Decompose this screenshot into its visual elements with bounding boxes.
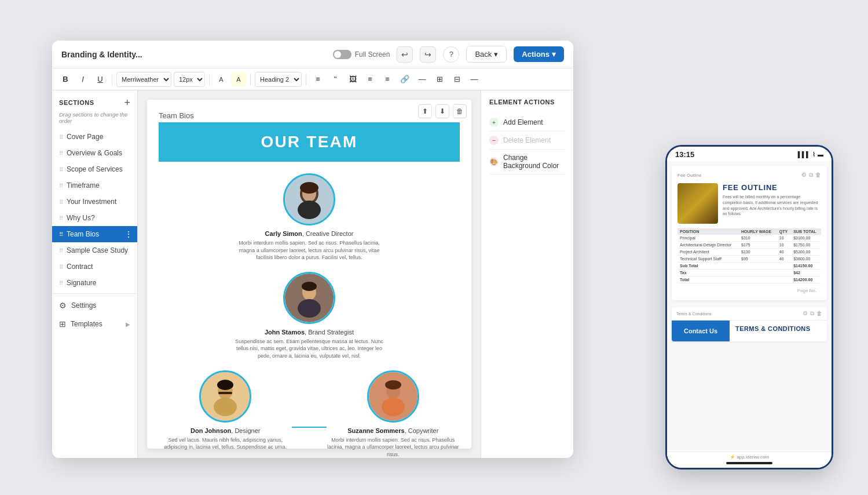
sidebar-item-contract[interactable]: ⠿ Contract xyxy=(52,259,137,275)
member-name-john: John Stamos, Brand Strategist xyxy=(265,329,354,336)
templates-arrow-icon: ▶ xyxy=(126,321,130,327)
underline-button[interactable]: U xyxy=(93,72,108,87)
why-us-label: Why Us? xyxy=(67,214,95,222)
terms-settings-icon[interactable]: ⚙ xyxy=(803,310,808,317)
svg-point-11 xyxy=(214,398,237,416)
team-member-row-two-col: Don Johnson, Designer Sed vel lacus. Mau… xyxy=(159,370,460,458)
sidebar-item-timeframe[interactable]: ⠿ Timeframe xyxy=(52,177,137,194)
sidebar-item-signature[interactable]: ⠿ Signature xyxy=(52,275,137,291)
col-qty: QTY xyxy=(777,228,791,235)
section-label: Team Bios xyxy=(159,111,460,120)
color-icon: 🎨 xyxy=(489,157,499,166)
settings-icon[interactable]: ⚙ xyxy=(801,172,807,179)
move-down-button[interactable]: ⬇ xyxy=(435,104,449,118)
terms-copy-icon[interactable]: ⧉ xyxy=(810,310,814,317)
sidebar-item-cover-page[interactable]: ⠿ Cover Page xyxy=(52,129,137,145)
item-more-icon[interactable]: ⋮ xyxy=(124,230,133,239)
align-button[interactable]: ≡ xyxy=(310,72,325,87)
drag-icon: ⠿ xyxy=(59,280,63,286)
footer-icon: ⚡ xyxy=(730,454,735,460)
toggle-pill[interactable] xyxy=(333,50,351,59)
terms-header: Terms & Conditions ⚙ ⧉ 🗑 xyxy=(672,307,827,321)
copy-icon[interactable]: ⧉ xyxy=(809,172,813,179)
terms-actions: ⚙ ⧉ 🗑 xyxy=(803,310,822,317)
fee-row-4: Technical Support Staff $95 40 $3800.00 xyxy=(677,256,821,263)
sub-1: $3100.00 xyxy=(791,235,821,242)
contract-label: Contract xyxy=(67,263,93,271)
terms-title: TERMS & CONDITIONS xyxy=(735,325,821,332)
position-3: Project Architect xyxy=(677,249,739,256)
indent-button[interactable]: ⊞ xyxy=(432,72,447,87)
sidebar-item-overview-goals[interactable]: ⠿ Overview & Goals xyxy=(52,145,137,161)
team-banner: OUR TEAM xyxy=(159,122,460,162)
link-button[interactable]: 🔗 xyxy=(397,72,412,87)
actions-button[interactable]: Actions ▾ xyxy=(514,46,564,62)
terms-title-block: TERMS & CONDITIONS xyxy=(730,321,827,341)
panel-title: ELEMENT ACTIONS xyxy=(489,99,565,105)
move-up-button[interactable]: ⬆ xyxy=(418,104,432,118)
sections-title: SECTIONS xyxy=(59,99,94,106)
help-button[interactable]: ? xyxy=(443,46,459,63)
ol-button[interactable]: ≡ xyxy=(380,72,395,87)
hr-button[interactable]: — xyxy=(415,72,430,87)
fullscreen-toggle[interactable]: Full Screen xyxy=(333,50,390,59)
qty-1: 10 xyxy=(777,235,791,242)
font-color-button[interactable]: A xyxy=(214,72,229,87)
settings-item[interactable]: ⚙ Settings xyxy=(52,296,137,315)
sidebar-item-team-bios[interactable]: ⠿ Team Bios ⋮ xyxy=(52,226,137,242)
gear-icon: ⚙ xyxy=(59,301,67,310)
drag-icon: ⠿ xyxy=(59,199,63,205)
contact-us-button[interactable]: Contact Us xyxy=(672,321,730,341)
team-member-row: John Stamos, Brand Strategist Suspendiss… xyxy=(159,272,460,360)
italic-button[interactable]: I xyxy=(75,72,90,87)
wage-3: $130 xyxy=(739,249,777,256)
delete-icon: − xyxy=(489,136,499,145)
svg-point-16 xyxy=(382,398,405,416)
trash-icon[interactable]: 🗑 xyxy=(815,172,821,179)
phone-content[interactable]: Fee Outline ⚙ ⧉ 🗑 FEE OUTLINE Fees will … xyxy=(667,161,832,452)
add-element-item[interactable]: + Add Element xyxy=(489,114,565,132)
quote-button[interactable]: " xyxy=(328,72,343,87)
signature-label: Signature xyxy=(67,279,96,287)
highlight-button[interactable]: A xyxy=(231,72,246,87)
col-subtotal: SUB TOTAL xyxy=(791,228,821,235)
undo-button[interactable]: ↩ xyxy=(397,46,413,63)
tax-value: $42 xyxy=(791,270,821,276)
fee-desc: Fees will be billed monthly on a percent… xyxy=(723,194,821,217)
scope-services-label: Scope of Services xyxy=(67,165,123,173)
image-button[interactable]: 🖼 xyxy=(345,72,360,87)
ul-button[interactable]: ≡ xyxy=(362,72,378,87)
connector-line xyxy=(292,427,326,428)
add-section-button[interactable]: + xyxy=(124,97,130,108)
battery-icon: ▬ xyxy=(818,151,823,158)
position-2: Architectural Design Director xyxy=(677,242,739,249)
timeframe-label: Timeframe xyxy=(67,181,100,190)
sample-case-study-label: Sample Case Study xyxy=(67,246,128,254)
more-button[interactable]: — xyxy=(467,72,482,87)
actions-chevron-icon: ▾ xyxy=(552,50,556,59)
member-name-suzanne: Suzanne Sommers, Copywriter xyxy=(347,427,438,434)
bg-color-item[interactable]: 🎨 Change Background Color xyxy=(489,150,565,174)
sidebar-item-your-investment[interactable]: ⠿ Your Investment xyxy=(52,194,137,210)
sidebar-item-sample-case-study[interactable]: ⠿ Sample Case Study xyxy=(52,242,137,259)
font-size-select[interactable]: 12px xyxy=(174,72,205,87)
team-bios-label: Team Bios xyxy=(67,230,99,238)
back-button[interactable]: Back ▾ xyxy=(466,46,507,63)
phone-time: 13:15 xyxy=(675,150,694,159)
total-label: Total xyxy=(677,276,791,283)
sidebar-item-scope-services[interactable]: ⠿ Scope of Services xyxy=(52,161,137,177)
delete-element-item[interactable]: − Delete Element xyxy=(489,132,565,150)
font-family-select[interactable]: Merriweather xyxy=(116,72,171,87)
sub-2: $1750.00 xyxy=(791,242,821,249)
sidebar-header: SECTIONS + xyxy=(52,90,137,110)
delete-section-button[interactable]: 🗑 xyxy=(453,104,467,118)
templates-item[interactable]: ⊞ Templates ▶ xyxy=(52,315,137,333)
table-button[interactable]: ⊟ xyxy=(449,72,464,87)
redo-button[interactable]: ↪ xyxy=(420,46,436,63)
fee-total-row: Total $14200.00 xyxy=(677,276,821,283)
heading-select[interactable]: Heading 2 xyxy=(255,72,302,87)
phone-footer: ⚡ app.xtenav.com xyxy=(667,452,832,468)
sidebar-item-why-us[interactable]: ⠿ Why Us? xyxy=(52,210,137,226)
bold-button[interactable]: B xyxy=(58,72,73,87)
terms-trash-icon[interactable]: 🗑 xyxy=(816,310,822,317)
